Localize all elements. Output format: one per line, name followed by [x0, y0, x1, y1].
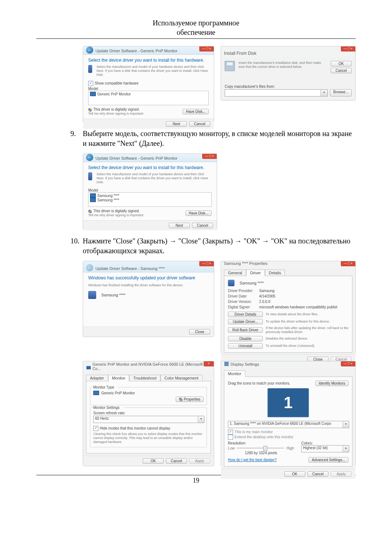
page-title: Используемое программное обеспечение: [36, 18, 356, 37]
disp-title: Display Settings: [230, 362, 259, 366]
main-monitor-checkbox: ✓This is my main monitor: [228, 430, 348, 435]
window-titlebar: Install From Disk: [221, 46, 355, 57]
resolution-label: Resolution:: [228, 441, 294, 445]
have-disk-button[interactable]: Have Disk...: [185, 210, 212, 216]
window-titlebar: ← Update Driver Software - Generic PnP M…: [83, 154, 217, 162]
shield-icon: [179, 398, 183, 401]
model-listbox[interactable]: Samsung **** Samsung ****: [88, 192, 212, 207]
list-item[interactable]: Generic PnP Monitor: [90, 92, 207, 96]
model-label: Model: [88, 87, 209, 91]
cancel-button[interactable]: Cancel: [166, 458, 187, 464]
chevron-down-icon[interactable]: ▾: [343, 446, 349, 452]
colors-label: Colors:: [301, 441, 348, 445]
close-icon[interactable]: — □ ×: [341, 261, 355, 266]
shield-icon: [88, 108, 92, 112]
cancel-button[interactable]: Cancel: [192, 223, 213, 228]
ok-button[interactable]: OK: [284, 471, 305, 477]
step-9: 9. Выберите модель, соответствующую мони…: [70, 129, 356, 148]
close-icon[interactable]: — □ ×: [202, 154, 217, 159]
have-disk-button[interactable]: Have Disk...: [183, 109, 209, 114]
source-combo[interactable]: ▾: [225, 89, 328, 97]
browse-button[interactable]: Browse...: [330, 89, 352, 97]
window-title: Update Driver Software - Generic PnP Mon…: [95, 49, 177, 53]
show-compatible-checkbox[interactable]: ✓Show compatible hardware: [88, 81, 209, 86]
tab-adapter[interactable]: Adapter: [86, 375, 108, 381]
window-titlebar: Display Settings: [221, 361, 355, 368]
window-title: Update Driver Software - Samsung ****: [95, 266, 165, 271]
monpanel-title: Generic PnP Monitor and NVIDIA GeForce 6…: [93, 362, 211, 371]
window-titlebar: Generic PnP Monitor and NVIDIA GeForce 6…: [83, 361, 214, 372]
note-text: Select the manufacturer and model of you…: [97, 65, 209, 77]
tab-color[interactable]: Color Management: [160, 375, 203, 381]
close-icon[interactable]: — □ ×: [199, 46, 214, 52]
chevron-down-icon[interactable]: ▾: [343, 421, 349, 428]
list-item[interactable]: Samsung ****: [90, 193, 210, 198]
properties-button[interactable]: Properties: [176, 397, 204, 402]
floppy-icon: [225, 61, 235, 71]
chip-icon: [228, 280, 234, 286]
cancel-button[interactable]: Cancel: [189, 121, 210, 127]
rollback-button[interactable]: Roll Back Driver: [228, 327, 263, 333]
props-title: Samsung **** Properties: [224, 261, 268, 266]
list-item[interactable]: Samsung ****: [90, 198, 210, 202]
monitor-preview[interactable]: 1: [268, 388, 309, 417]
tab-monitor[interactable]: Monitor: [224, 370, 245, 377]
next-button[interactable]: Next: [166, 121, 187, 127]
tab-monitor[interactable]: Monitor: [108, 375, 130, 381]
model-listbox[interactable]: Generic PnP Monitor: [88, 91, 209, 105]
signing-link[interactable]: Tell me why driver signing is important: [88, 213, 143, 217]
finished-sub: Windows has finished installing the driv…: [88, 283, 209, 287]
chevron-down-icon[interactable]: ▾: [198, 416, 204, 423]
update-driver-window-1: — □ × ← Update Driver Software - Generic…: [83, 46, 214, 122]
refresh-select[interactable]: 60 Hertz▾: [93, 416, 204, 423]
close-icon[interactable]: ×: [204, 361, 214, 366]
chip-icon: [88, 291, 96, 299]
tab-driver[interactable]: Driver: [246, 270, 265, 276]
window-titlebar: ← Update Driver Software - Samsung ****: [83, 261, 214, 272]
back-icon[interactable]: ←: [86, 154, 93, 161]
cancel-button[interactable]: Cancel: [307, 471, 328, 477]
window-title: Update Driver Software - Generic PnP Mon…: [95, 156, 177, 160]
monitor-icon: [93, 391, 99, 395]
next-button[interactable]: Next: [169, 223, 190, 228]
finished-heading: Windows has successfully updated your dr…: [88, 275, 209, 280]
driver-details-button[interactable]: Driver Details: [228, 312, 263, 317]
disable-button[interactable]: Disable: [228, 336, 263, 341]
cancel-button[interactable]: Cancel: [331, 68, 352, 73]
colors-select[interactable]: Highest (32 bit)▾: [301, 445, 349, 452]
monitor-icon: [90, 92, 96, 96]
uninstall-button[interactable]: Uninstall: [228, 343, 263, 349]
advanced-button[interactable]: Advanced Settings...: [309, 457, 348, 463]
signing-link[interactable]: Tell me why driver signing is important: [88, 112, 143, 116]
note-text: Select the manufacturer and model of you…: [97, 172, 212, 184]
tab-details[interactable]: Details: [265, 270, 285, 276]
apply-button: Apply: [189, 458, 210, 464]
slider-thumb[interactable]: [263, 446, 268, 451]
identify-button[interactable]: Identify Monitors: [315, 381, 348, 386]
display-combo[interactable]: 1. Samsung **** on NVIDIA GeForce 6600 L…: [228, 421, 349, 428]
step-10: 10. Нажмите "Close" (Закрыть) → "Close" …: [70, 236, 356, 256]
close-icon[interactable]: — □ ×: [199, 261, 214, 266]
close-button[interactable]: Close: [189, 329, 210, 335]
hide-modes-checkbox[interactable]: ✓Hide modes that this monitor cannot dis…: [93, 426, 204, 431]
chevron-down-icon[interactable]: ▾: [320, 90, 327, 96]
ok-button[interactable]: OK: [143, 458, 164, 464]
tab-troubleshoot[interactable]: Troubleshoot: [129, 375, 160, 381]
monitor-icon: [90, 193, 96, 198]
resolution-slider[interactable]: LowHigh: [228, 445, 294, 451]
heading: Select the device driver you want to ins…: [88, 58, 209, 63]
shield-icon: [88, 210, 92, 213]
apply-button: Apply: [331, 471, 352, 477]
close-icon[interactable]: — □ ×: [341, 46, 355, 52]
monitor-settings-label: Monitor Settings: [93, 406, 124, 410]
device-name: Samsung ****: [101, 293, 126, 297]
update-driver-button[interactable]: Update Driver...: [228, 319, 263, 324]
ok-button[interactable]: OK: [331, 61, 352, 66]
back-icon[interactable]: ←: [86, 46, 93, 54]
chip-icon: [88, 65, 92, 73]
copy-label: Copy manufacturer's files from:: [225, 85, 352, 89]
tab-general[interactable]: General: [224, 270, 246, 276]
best-display-link[interactable]: How do I get the best display?: [228, 458, 277, 462]
close-icon[interactable]: — □ ×: [341, 361, 355, 366]
monitor-icon: [86, 366, 91, 371]
